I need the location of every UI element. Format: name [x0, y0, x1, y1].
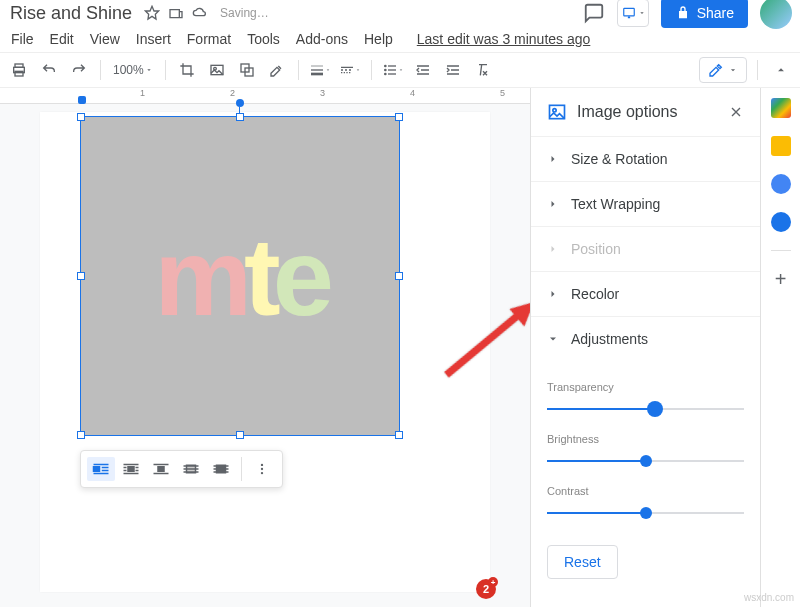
wrap-behind-icon[interactable]	[177, 457, 205, 481]
main-area: 1 2 3 4 5 mte	[0, 88, 800, 607]
transparency-group: Transparency	[547, 381, 744, 415]
resize-handle[interactable]	[236, 431, 244, 439]
chevron-down-icon	[547, 333, 559, 345]
pen-icon	[708, 62, 724, 78]
canvas-area[interactable]: 1 2 3 4 5 mte	[0, 88, 530, 607]
menu-insert[interactable]: Insert	[129, 27, 178, 51]
menu-edit[interactable]: Edit	[43, 27, 81, 51]
menu-tools[interactable]: Tools	[240, 27, 287, 51]
document-title[interactable]: Rise and Shine	[8, 3, 132, 24]
account-avatar[interactable]	[760, 0, 792, 29]
image-options-icon[interactable]	[204, 57, 230, 83]
cloud-saving-icon[interactable]	[192, 5, 208, 21]
document-page[interactable]: mte	[40, 112, 490, 592]
zoom-dropdown[interactable]: 100%	[109, 57, 157, 83]
tasks-addon-icon[interactable]	[771, 174, 791, 194]
wrap-front-icon[interactable]	[207, 457, 235, 481]
star-icon[interactable]	[144, 5, 160, 21]
contrast-slider[interactable]	[547, 507, 744, 519]
get-addons-icon[interactable]: +	[775, 269, 787, 289]
svg-rect-1	[623, 8, 634, 16]
section-recolor[interactable]: Recolor	[531, 272, 760, 317]
indent-decrease-icon[interactable]	[410, 57, 436, 83]
toolbar: 100%	[0, 52, 800, 88]
image-options-panel: Image options Size & Rotation Text Wrapp…	[530, 88, 760, 607]
menu-view[interactable]: View	[83, 27, 127, 51]
brightness-label: Brightness	[547, 433, 744, 445]
indent-increase-icon[interactable]	[440, 57, 466, 83]
brightness-slider[interactable]	[547, 455, 744, 467]
saving-status: Saving…	[220, 6, 269, 20]
svg-point-11	[385, 73, 386, 74]
svg-point-19	[261, 472, 263, 474]
crop-icon[interactable]	[174, 57, 200, 83]
wrap-inline-icon[interactable]	[87, 457, 115, 481]
last-edit-link[interactable]: Last edit was 3 minutes ago	[410, 27, 598, 51]
chevron-right-icon	[547, 288, 559, 300]
contacts-addon-icon[interactable]	[771, 212, 791, 232]
wrap-text-icon[interactable]	[117, 457, 145, 481]
clear-format-icon[interactable]	[470, 57, 496, 83]
section-text-wrapping[interactable]: Text Wrapping	[531, 182, 760, 227]
menu-addons[interactable]: Add-ons	[289, 27, 355, 51]
section-adjustments[interactable]: Adjustments	[531, 317, 760, 361]
selected-image[interactable]: mte	[81, 117, 399, 435]
more-options-icon[interactable]	[248, 457, 276, 481]
contrast-group: Contrast	[547, 485, 744, 519]
svg-rect-16	[217, 465, 226, 473]
section-size-rotation[interactable]: Size & Rotation	[531, 137, 760, 182]
redo-icon[interactable]	[66, 57, 92, 83]
section-position: Position	[531, 227, 760, 272]
close-icon[interactable]	[728, 104, 744, 120]
reset-button[interactable]: Reset	[547, 545, 618, 579]
resize-handle[interactable]	[77, 113, 85, 121]
wrap-break-icon[interactable]	[147, 457, 175, 481]
title-bar: Rise and Shine Saving… Share	[0, 0, 800, 26]
contrast-label: Contrast	[547, 485, 744, 497]
resize-handle[interactable]	[395, 113, 403, 121]
header-right: Share	[583, 0, 792, 29]
adjustments-body: Transparency Brightness Contrast Reset	[531, 361, 760, 595]
border-dash-icon[interactable]	[337, 57, 363, 83]
menu-help[interactable]: Help	[357, 27, 400, 51]
present-button[interactable]	[617, 0, 649, 27]
resize-handle[interactable]	[236, 113, 244, 121]
svg-rect-14	[158, 467, 164, 472]
resize-handle[interactable]	[395, 272, 403, 280]
svg-rect-13	[128, 467, 134, 472]
chevron-down-icon	[728, 65, 738, 75]
replace-image-icon[interactable]	[234, 57, 260, 83]
image-icon	[547, 102, 567, 122]
svg-rect-12	[94, 467, 100, 472]
watermark: wsxdn.com	[744, 592, 794, 603]
print-icon[interactable]	[6, 57, 32, 83]
chevron-right-icon	[547, 198, 559, 210]
transparency-slider[interactable]	[547, 403, 744, 415]
horizontal-ruler[interactable]: 1 2 3 4 5	[0, 88, 530, 104]
brightness-group: Brightness	[547, 433, 744, 467]
calendar-addon-icon[interactable]	[771, 98, 791, 118]
ruler-indent-marker[interactable]	[78, 96, 86, 104]
keep-addon-icon[interactable]	[771, 136, 791, 156]
resize-handle[interactable]	[77, 272, 85, 280]
list-icon[interactable]	[380, 57, 406, 83]
svg-point-21	[553, 109, 556, 112]
share-label: Share	[697, 5, 734, 21]
border-weight-icon[interactable]	[307, 57, 333, 83]
move-icon[interactable]	[168, 5, 184, 21]
resize-handle[interactable]	[77, 431, 85, 439]
border-color-icon[interactable]	[264, 57, 290, 83]
resize-handle[interactable]	[395, 431, 403, 439]
undo-icon[interactable]	[36, 57, 62, 83]
transparency-label: Transparency	[547, 381, 744, 393]
menu-format[interactable]: Format	[180, 27, 238, 51]
editing-mode-dropdown[interactable]	[699, 57, 747, 83]
rotation-handle[interactable]	[236, 99, 244, 107]
image-selection[interactable]: mte	[80, 116, 400, 436]
menu-file[interactable]: File	[4, 27, 41, 51]
hide-menus-icon[interactable]	[768, 57, 794, 83]
comment-history-icon[interactable]	[583, 2, 605, 24]
chevron-right-icon	[547, 153, 559, 165]
notification-badge[interactable]: 2	[476, 579, 496, 599]
share-button[interactable]: Share	[661, 0, 748, 28]
